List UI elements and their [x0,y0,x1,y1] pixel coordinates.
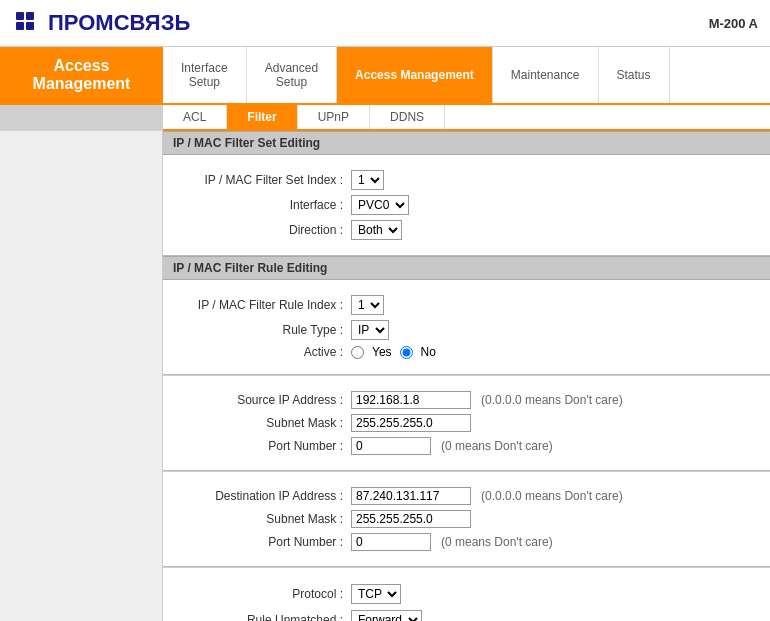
tab-advanced[interactable]: AdvancedSetup [247,47,337,103]
dest-ip-row: Destination IP Address : (0.0.0.0 means … [183,487,750,505]
source-ip-hint: (0.0.0.0 means Don't care) [481,393,623,407]
protocol-label: Protocol : [183,587,343,601]
tab-access-management[interactable]: Access Management [337,47,493,103]
filter-set-body: IP / MAC Filter Set Index : 1 Interface … [163,155,770,256]
rule-unmatched-select[interactable]: Forward [351,610,422,621]
filter-set-index-select[interactable]: 1 [351,170,384,190]
svg-rect-1 [26,12,34,20]
rule-unmatched-row: Rule Unmatched : Forward [183,610,750,621]
tab-advanced-label: AdvancedSetup [265,61,318,89]
filter-rule-type-row: Rule Type : IP [183,320,750,340]
filter-rule-active-row: Active : Yes No [183,345,750,359]
active-yes-label: Yes [372,345,392,359]
filter-rule-active-label: Active : [183,345,343,359]
source-body: Source IP Address : (0.0.0.0 means Don't… [163,375,770,471]
sub-nav-ddns[interactable]: DDNS [370,105,445,129]
filter-rule-index-row: IP / MAC Filter Rule Index : 1 [183,295,750,315]
dest-port-input[interactable] [351,533,431,551]
top-nav: Access Management InterfaceSetup Advance… [0,47,770,105]
logo: ПРОМСВЯЗЬ [12,8,190,38]
filter-set-direction-label: Direction : [183,223,343,237]
sub-nav-acl-label: ACL [183,110,206,124]
filter-rule-type-label: Rule Type : [183,323,343,337]
svg-rect-3 [26,22,34,30]
filter-rule-title: IP / MAC Filter Rule Editing [173,261,327,275]
tab-maintenance[interactable]: Maintenance [493,47,599,103]
filter-rule-body: IP / MAC Filter Rule Index : 1 Rule Type… [163,280,770,375]
nav-sidebar-label: Access Management [0,47,163,103]
sub-nav-filter-label: Filter [247,110,276,124]
filter-set-direction-select[interactable]: Both [351,220,402,240]
model-number: M-200 A [709,16,758,31]
tab-access-management-label: Access Management [355,68,474,82]
source-port-input[interactable] [351,437,431,455]
dest-mask-input[interactable] [351,510,471,528]
filter-set-interface-select[interactable]: PVC0 [351,195,409,215]
active-no-radio[interactable] [400,346,413,359]
filter-rule-type-select[interactable]: IP [351,320,389,340]
svg-rect-0 [16,12,24,20]
sub-nav-filter[interactable]: Filter [227,105,297,129]
dest-port-row: Port Number : (0 means Don't care) [183,533,750,551]
dest-port-label: Port Number : [183,535,343,549]
tab-status-label: Status [617,68,651,82]
page-header: ПРОМСВЯЗЬ M-200 A [0,0,770,47]
source-mask-input[interactable] [351,414,471,432]
filter-set-direction-row: Direction : Both [183,220,750,240]
tab-maintenance-label: Maintenance [511,68,580,82]
source-port-hint: (0 means Don't care) [441,439,553,453]
filter-set-index-label: IP / MAC Filter Set Index : [183,173,343,187]
sidebar [0,131,163,621]
filter-rule-index-label: IP / MAC Filter Rule Index : [183,298,343,312]
filter-rule-section-header: IP / MAC Filter Rule Editing [163,256,770,280]
nav-tabs: InterfaceSetup AdvancedSetup Access Mana… [163,47,770,103]
sub-nav-upnp[interactable]: UPnP [298,105,370,129]
dest-ip-label: Destination IP Address : [183,489,343,503]
protocol-row: Protocol : TCP [183,584,750,604]
filter-rule-index-select[interactable]: 1 [351,295,384,315]
dest-ip-input[interactable] [351,487,471,505]
source-ip-label: Source IP Address : [183,393,343,407]
active-no-label: No [421,345,436,359]
filter-set-interface-label: Interface : [183,198,343,212]
tab-interface-setup[interactable]: InterfaceSetup [163,47,247,103]
logo-text: ПРОМСВЯЗЬ [48,10,190,36]
logo-icon [12,8,42,38]
sub-nav: ACL Filter UPnP DDNS [163,105,770,131]
dest-ip-hint: (0.0.0.0 means Don't care) [481,489,623,503]
source-port-label: Port Number : [183,439,343,453]
filter-set-interface-row: Interface : PVC0 [183,195,750,215]
dest-mask-label: Subnet Mask : [183,512,343,526]
svg-rect-2 [16,22,24,30]
source-ip-row: Source IP Address : (0.0.0.0 means Don't… [183,391,750,409]
source-mask-row: Subnet Mask : [183,414,750,432]
source-ip-input[interactable] [351,391,471,409]
content-wrapper: IP / MAC Filter Set Editing IP / MAC Fil… [0,131,770,621]
source-mask-label: Subnet Mask : [183,416,343,430]
dest-body: Destination IP Address : (0.0.0.0 means … [163,471,770,567]
active-yes-radio[interactable] [351,346,364,359]
filter-set-title: IP / MAC Filter Set Editing [173,136,320,150]
tab-status[interactable]: Status [599,47,670,103]
main-content: IP / MAC Filter Set Editing IP / MAC Fil… [163,131,770,621]
protocol-body: Protocol : TCP Rule Unmatched : Forward [163,567,770,621]
source-port-row: Port Number : (0 means Don't care) [183,437,750,455]
tab-interface-setup-label: InterfaceSetup [181,61,228,89]
dest-mask-row: Subnet Mask : [183,510,750,528]
sub-nav-acl[interactable]: ACL [163,105,227,129]
protocol-select[interactable]: TCP [351,584,401,604]
filter-set-index-row: IP / MAC Filter Set Index : 1 [183,170,750,190]
filter-set-section-header: IP / MAC Filter Set Editing [163,131,770,155]
sub-nav-upnp-label: UPnP [318,110,349,124]
sub-nav-ddns-label: DDNS [390,110,424,124]
rule-unmatched-label: Rule Unmatched : [183,613,343,621]
dest-port-hint: (0 means Don't care) [441,535,553,549]
